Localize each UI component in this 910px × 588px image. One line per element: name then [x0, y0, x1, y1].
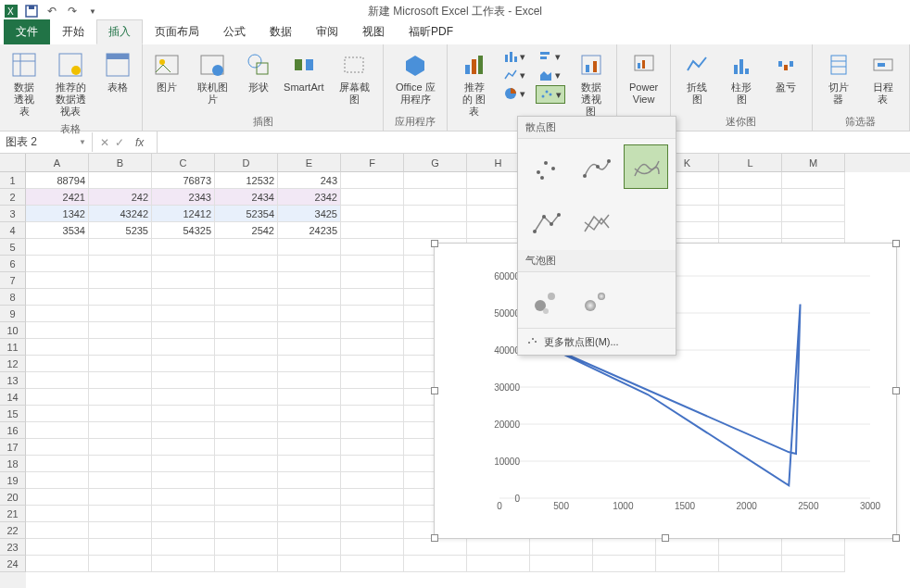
cell[interactable]: [26, 289, 89, 306]
cell[interactable]: [26, 239, 89, 256]
cell[interactable]: [152, 339, 215, 356]
cell[interactable]: [152, 472, 215, 489]
resize-handle[interactable]: [431, 534, 438, 542]
cell[interactable]: [341, 389, 404, 406]
cell[interactable]: [341, 272, 404, 289]
cell[interactable]: [215, 556, 278, 572]
cell[interactable]: [89, 339, 152, 356]
cell[interactable]: [152, 439, 215, 456]
cell[interactable]: [278, 422, 341, 439]
cell[interactable]: [215, 289, 278, 306]
row-header[interactable]: 4: [0, 222, 26, 239]
resize-handle[interactable]: [431, 240, 438, 247]
cell[interactable]: [152, 289, 215, 306]
enter-formula-icon[interactable]: ✓: [115, 136, 124, 149]
cell[interactable]: [89, 356, 152, 372]
cell[interactable]: [215, 422, 278, 439]
cell[interactable]: 242: [89, 189, 152, 206]
row-header[interactable]: 17: [0, 439, 26, 456]
cell[interactable]: [26, 472, 89, 489]
cell[interactable]: [215, 339, 278, 356]
row-header[interactable]: 14: [0, 389, 26, 406]
sparkline-winloss-button[interactable]: 盈亏: [768, 48, 804, 95]
cell[interactable]: [341, 322, 404, 339]
tab-pagelayout[interactable]: 页面布局: [143, 19, 211, 44]
cell[interactable]: [152, 456, 215, 472]
cell[interactable]: [89, 406, 152, 422]
cell[interactable]: [152, 306, 215, 322]
column-header[interactable]: E: [278, 154, 341, 172]
cell[interactable]: [593, 539, 656, 556]
cell[interactable]: [89, 239, 152, 256]
cell[interactable]: [215, 389, 278, 406]
cell[interactable]: [719, 556, 782, 572]
smartart-button[interactable]: SmartArt: [283, 48, 325, 95]
cell[interactable]: 5235: [89, 222, 152, 239]
tab-formulas[interactable]: 公式: [211, 19, 258, 44]
cell[interactable]: [215, 239, 278, 256]
cell[interactable]: [404, 206, 467, 222]
cell[interactable]: [278, 372, 341, 389]
cell[interactable]: [719, 189, 782, 206]
scatter-markers-option[interactable]: [524, 144, 568, 189]
cell[interactable]: [152, 239, 215, 256]
cell[interactable]: [782, 222, 845, 239]
column-header[interactable]: D: [215, 154, 278, 172]
row-header[interactable]: 6: [0, 256, 26, 272]
slicer-button[interactable]: 切片器: [820, 48, 857, 107]
cell[interactable]: [782, 206, 845, 222]
save-icon[interactable]: [24, 4, 39, 19]
cell[interactable]: [341, 239, 404, 256]
bubble-option[interactable]: [524, 278, 568, 322]
redo-icon[interactable]: ↷: [65, 4, 80, 19]
cell[interactable]: 12412: [152, 206, 215, 222]
column-header[interactable]: F: [341, 154, 404, 172]
sparkline-column-button[interactable]: 柱形图: [723, 48, 760, 107]
cell[interactable]: [278, 539, 341, 556]
cell[interactable]: [215, 372, 278, 389]
cell[interactable]: [26, 306, 89, 322]
cell[interactable]: [278, 489, 341, 506]
cell[interactable]: [341, 439, 404, 456]
cell[interactable]: 2542: [215, 222, 278, 239]
shapes-button[interactable]: 形状: [242, 48, 275, 95]
cell[interactable]: [341, 306, 404, 322]
cell[interactable]: [152, 372, 215, 389]
cell[interactable]: [278, 456, 341, 472]
cell[interactable]: [341, 222, 404, 239]
cell[interactable]: [215, 322, 278, 339]
cell[interactable]: [26, 539, 89, 556]
row-header[interactable]: 23: [0, 539, 26, 556]
scatter-smooth-lines-option[interactable]: [624, 144, 668, 189]
cell[interactable]: [404, 222, 467, 239]
fx-icon[interactable]: fx: [130, 136, 149, 149]
cell[interactable]: [26, 522, 89, 539]
cell[interactable]: [278, 239, 341, 256]
cell[interactable]: [89, 472, 152, 489]
cell[interactable]: [152, 539, 215, 556]
cell[interactable]: [152, 389, 215, 406]
cell[interactable]: [341, 372, 404, 389]
cell[interactable]: [278, 322, 341, 339]
cell[interactable]: [152, 522, 215, 539]
cell[interactable]: [89, 322, 152, 339]
row-header[interactable]: 21: [0, 506, 26, 522]
cell[interactable]: [719, 222, 782, 239]
timeline-button[interactable]: 日程表: [865, 48, 902, 107]
office-addins-button[interactable]: Office 应用程序: [391, 48, 439, 107]
row-header[interactable]: 10: [0, 322, 26, 339]
online-picture-button[interactable]: 联机图片: [191, 48, 234, 107]
cell[interactable]: [26, 422, 89, 439]
cell[interactable]: [89, 372, 152, 389]
pivotchart-button[interactable]: 数据透视图: [573, 48, 609, 120]
tab-file[interactable]: 文件: [4, 19, 50, 44]
cell[interactable]: [278, 289, 341, 306]
cell[interactable]: [341, 172, 404, 189]
bar-chart-button[interactable]: ▾: [536, 48, 565, 65]
cell[interactable]: [278, 472, 341, 489]
tab-review[interactable]: 审阅: [304, 19, 350, 44]
cell[interactable]: 3425: [278, 206, 341, 222]
more-scatter-charts-option[interactable]: 更多散点图(M)...: [518, 328, 676, 355]
tab-insert[interactable]: 插入: [96, 19, 143, 44]
row-header[interactable]: 7: [0, 272, 26, 289]
